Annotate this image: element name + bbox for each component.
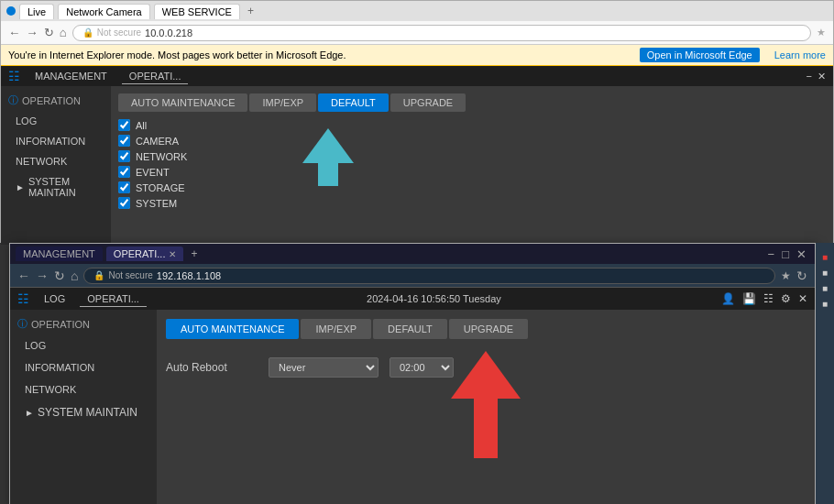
tab-live-label: Live bbox=[27, 6, 46, 17]
back-button[interactable]: ← bbox=[8, 26, 20, 39]
red-arrow-up bbox=[451, 351, 521, 458]
tab-auto-maintenance-bottom[interactable]: AUTO MAINTENANCE bbox=[166, 319, 299, 339]
sidebar-item-system-maintain-bottom[interactable]: ► SYSTEM MAINTAIN bbox=[10, 400, 157, 424]
bottom-mgmt-label: MANAGEMENT bbox=[23, 248, 95, 259]
tab-web-service-active[interactable]: WEB SERVICE bbox=[154, 4, 240, 19]
dvr-top-sidebar: ⓘ OPERATION LOG INFORMATION NETWORK ► SY… bbox=[1, 86, 111, 245]
bottom-new-tab-button[interactable]: + bbox=[187, 247, 201, 260]
tab-upgrade-top[interactable]: UPGRADE bbox=[390, 93, 466, 112]
grid-icon-bottom[interactable]: ☷ bbox=[17, 291, 29, 306]
tab-default-bottom[interactable]: DEFAULT bbox=[373, 319, 447, 339]
settings-icon-bottom[interactable]: ⚙ bbox=[781, 292, 791, 305]
lock-icon-bottom: 🔒 bbox=[93, 270, 104, 280]
right-bar-icon-2[interactable]: ■ bbox=[822, 268, 828, 278]
bottom-tab-operati[interactable]: OPERATI... ✕ bbox=[106, 247, 184, 261]
checkbox-event[interactable]: EVENT bbox=[118, 166, 826, 178]
checkbox-network[interactable]: NETWORK bbox=[118, 150, 826, 162]
address-input-bottom[interactable]: 🔒 Not secure 192.168.1.108 bbox=[83, 268, 775, 284]
checkbox-system-input[interactable] bbox=[118, 197, 130, 209]
dvr-tab-operati-bottom[interactable]: OPERATI... bbox=[80, 291, 147, 307]
checkbox-network-input[interactable] bbox=[118, 150, 130, 162]
user-icon-bottom[interactable]: 👤 bbox=[721, 292, 735, 305]
home-button[interactable]: ⌂ bbox=[60, 26, 67, 39]
tab-network-camera[interactable]: Network Camera bbox=[58, 4, 150, 19]
refresh-button-bottom[interactable]: ↻ bbox=[54, 268, 65, 283]
right-bar-icon-1[interactable]: ■ bbox=[822, 252, 828, 262]
sidebar-item-log-bottom[interactable]: LOG bbox=[10, 334, 157, 356]
right-bar-icon-3[interactable]: ■ bbox=[822, 283, 828, 293]
auto-reboot-select[interactable]: Never Daily Weekly bbox=[269, 357, 379, 378]
tab-auto-maintenance-top[interactable]: AUTO MAINTENANCE bbox=[118, 93, 247, 112]
ie-notice-bar: You're in Internet Explorer mode. Most p… bbox=[1, 45, 833, 66]
checkbox-all[interactable]: All bbox=[118, 119, 826, 131]
dvr-top-content: ⓘ OPERATION LOG INFORMATION NETWORK ► SY… bbox=[1, 86, 833, 245]
close-btn-top[interactable]: ✕ bbox=[818, 71, 826, 82]
refresh-button[interactable]: ↻ bbox=[44, 26, 54, 39]
checkbox-storage-input[interactable] bbox=[118, 181, 130, 193]
dvr-tab-operati-top[interactable]: OPERATI... bbox=[122, 69, 189, 84]
time-select[interactable]: 02:00 bbox=[390, 357, 454, 378]
top-browser-window: Live Network Camera WEB SERVICE + ← → ↻ … bbox=[0, 0, 834, 243]
refresh-icon-bottom[interactable]: ↻ bbox=[796, 268, 807, 283]
home-button-bottom[interactable]: ⌂ bbox=[71, 268, 78, 283]
grid-icon-top[interactable]: ☷ bbox=[8, 69, 20, 83]
tab-default-top[interactable]: DEFAULT bbox=[318, 93, 389, 112]
sidebar-item-system-maintain-top[interactable]: ► SYSTEM MAINTAIN bbox=[1, 171, 111, 203]
bottom-address-bar: ← → ↻ ⌂ 🔒 Not secure 192.168.1.108 ★ ↻ bbox=[10, 264, 815, 288]
dvr-tab-management-bottom[interactable]: LOG bbox=[37, 291, 72, 306]
dvr-tab-management-top[interactable]: MANAGEMENT bbox=[27, 69, 115, 83]
dvr-bottom-sidebar: ⓘ OPERATION LOG INFORMATION NETWORK ► SY… bbox=[10, 310, 157, 504]
new-tab-button[interactable]: + bbox=[244, 5, 258, 17]
forward-button[interactable]: → bbox=[26, 26, 38, 39]
dvr-bottom-tabs: ☷ LOG OPERATI... bbox=[17, 291, 147, 307]
favorites-icon[interactable]: ★ bbox=[817, 27, 826, 38]
close-x-bottom[interactable]: ✕ bbox=[798, 292, 807, 305]
not-secure-label: Not secure bbox=[97, 27, 141, 38]
dvr-bottom-icons: 👤 💾 ☷ ⚙ ✕ bbox=[721, 292, 807, 305]
minimize-button-bottom[interactable]: − bbox=[765, 247, 778, 261]
checkbox-all-input[interactable] bbox=[118, 119, 130, 131]
checkbox-storage[interactable]: STORAGE bbox=[118, 181, 826, 193]
blue-arrow-up bbox=[302, 128, 354, 186]
export-icon-bottom[interactable]: 💾 bbox=[742, 292, 756, 305]
dvr-bottom-section-header: ⓘ OPERATION bbox=[10, 313, 157, 334]
address-input-top[interactable]: 🔒 Not secure 10.0.0.218 bbox=[72, 25, 811, 41]
dvr-top-panel: ☷ MANAGEMENT OPERATI... − ✕ ⓘ OPERATION … bbox=[1, 66, 833, 245]
maximize-button-bottom[interactable]: □ bbox=[779, 247, 792, 261]
back-button-bottom[interactable]: ← bbox=[17, 268, 30, 283]
forward-button-bottom[interactable]: → bbox=[36, 268, 49, 283]
tab-upgrade-bottom[interactable]: UPGRADE bbox=[449, 319, 528, 339]
auto-reboot-label: Auto Reboot bbox=[166, 361, 258, 374]
sidebar-item-network-top[interactable]: NETWORK bbox=[1, 151, 111, 171]
ie-notice-text: You're in Internet Explorer mode. Most p… bbox=[8, 49, 632, 60]
bottom-browser-window: MANAGEMENT OPERATI... ✕ + − □ ✕ ← → ↻ ⌂ … bbox=[9, 243, 816, 504]
minimize-btn-top[interactable]: − bbox=[807, 71, 812, 82]
close-button-bottom[interactable]: ✕ bbox=[794, 247, 809, 261]
learn-more-link[interactable]: Learn more bbox=[774, 49, 826, 60]
bottom-tab-management[interactable]: MANAGEMENT bbox=[16, 247, 103, 261]
window-controls-bottom: − □ ✕ bbox=[765, 247, 809, 261]
bottom-tab-close-icon[interactable]: ✕ bbox=[169, 249, 176, 259]
url-text-bottom: 192.168.1.108 bbox=[157, 270, 221, 281]
dvr-bottom-content: ⓘ OPERATION LOG INFORMATION NETWORK ► SY… bbox=[10, 310, 815, 504]
checkbox-system[interactable]: SYSTEM bbox=[118, 197, 826, 209]
tab-imp-exp-bottom[interactable]: IMP/EXP bbox=[301, 319, 371, 339]
checkbox-camera[interactable]: CAMERA bbox=[118, 135, 826, 147]
grid-view-icon-bottom[interactable]: ☷ bbox=[763, 292, 774, 305]
sidebar-item-information-bottom[interactable]: INFORMATION bbox=[10, 356, 157, 378]
checkbox-camera-input[interactable] bbox=[118, 135, 130, 147]
right-accent-bar: ■ ■ ■ ■ bbox=[816, 243, 834, 504]
sidebar-item-information-top[interactable]: INFORMATION bbox=[1, 131, 111, 151]
sidebar-item-log-top[interactable]: LOG bbox=[1, 111, 111, 131]
checkbox-list-top: All CAMERA NETWORK EVENT bbox=[118, 119, 826, 209]
bottom-operati-label: OPERATI... bbox=[114, 248, 166, 259]
open-edge-button[interactable]: Open in Microsoft Edge bbox=[640, 48, 760, 62]
checkbox-event-input[interactable] bbox=[118, 166, 130, 178]
network-camera-label: Network Camera bbox=[66, 6, 142, 17]
tab-imp-exp-top[interactable]: IMP/EXP bbox=[249, 93, 316, 112]
web-service-label: WEB SERVICE bbox=[162, 6, 232, 17]
sidebar-item-network-bottom[interactable]: NETWORK bbox=[10, 378, 157, 400]
favorites-icon-bottom[interactable]: ★ bbox=[781, 269, 791, 282]
tab-live[interactable]: Live bbox=[19, 4, 54, 19]
right-bar-icon-4[interactable]: ■ bbox=[822, 299, 828, 309]
